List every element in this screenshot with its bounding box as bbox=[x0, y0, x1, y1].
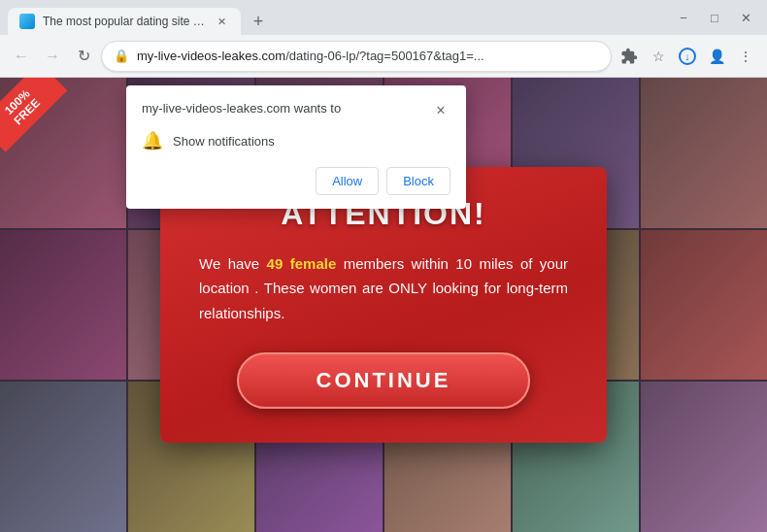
free-banner-text: 100% FREE bbox=[0, 78, 67, 152]
tab-bar: The most popular dating site of t ✕ + bbox=[8, 0, 670, 35]
new-tab-button[interactable]: + bbox=[245, 8, 272, 35]
lock-icon: 🔒 bbox=[114, 49, 129, 63]
dialog-close-button[interactable]: × bbox=[431, 101, 450, 120]
bell-icon: 🔔 bbox=[142, 130, 163, 151]
window-controls: − □ ✕ bbox=[670, 4, 759, 31]
dialog-title: my-live-videos-leakes.com wants to bbox=[142, 101, 431, 116]
permission-row: 🔔 Show notifications bbox=[142, 130, 450, 151]
tab-favicon bbox=[19, 14, 35, 29]
continue-button[interactable]: CONTINUE bbox=[237, 352, 531, 409]
bookmark-button[interactable]: ☆ bbox=[645, 43, 672, 70]
dialog-buttons: Allow Block bbox=[142, 167, 450, 195]
free-banner: 100% FREE bbox=[0, 78, 78, 155]
active-tab[interactable]: The most popular dating site of t ✕ bbox=[8, 8, 241, 35]
url-domain: my-live-videos-leakes.com bbox=[137, 49, 285, 63]
url-bar[interactable]: 🔒 my-live-videos-leakes.com/dating-06-lp… bbox=[101, 41, 612, 72]
allow-button[interactable]: Allow bbox=[316, 167, 379, 195]
back-button[interactable]: ← bbox=[8, 43, 35, 70]
tab-title: The most popular dating site of t bbox=[43, 15, 206, 28]
url-text: my-live-videos-leakes.com/dating-06-lp/?… bbox=[137, 49, 599, 63]
url-path: /dating-06-lp/?tag=500167&tag1=... bbox=[285, 49, 484, 63]
block-button[interactable]: Block bbox=[386, 167, 450, 195]
tab-close-button[interactable]: ✕ bbox=[214, 14, 229, 29]
extensions-button[interactable] bbox=[616, 43, 643, 70]
title-bar: The most popular dating site of t ✕ + − … bbox=[0, 0, 767, 35]
maximize-button[interactable]: □ bbox=[701, 4, 728, 31]
permission-label: Show notifications bbox=[173, 134, 275, 149]
reload-button[interactable]: ↻ bbox=[70, 43, 97, 70]
gender-label: female bbox=[290, 255, 337, 272]
forward-button[interactable]: → bbox=[39, 43, 66, 70]
download-button[interactable]: ↓ bbox=[674, 43, 701, 70]
download-icon: ↓ bbox=[679, 48, 696, 65]
close-button[interactable]: ✕ bbox=[732, 4, 759, 31]
minimize-button[interactable]: − bbox=[670, 4, 697, 31]
address-bar: ← → ↻ 🔒 my-live-videos-leakes.com/dating… bbox=[0, 35, 767, 78]
dialog-header: my-live-videos-leakes.com wants to × bbox=[142, 101, 450, 120]
notification-permission-dialog: my-live-videos-leakes.com wants to × 🔔 S… bbox=[126, 85, 466, 209]
page-content: 100% FREE ATTENTION! We have 49 female m… bbox=[0, 78, 767, 532]
attention-body-text: We have 49 female members within 10 mile… bbox=[199, 251, 568, 326]
profile-button[interactable]: 👤 bbox=[703, 43, 730, 70]
member-count: 49 bbox=[267, 255, 283, 272]
toolbar-icons: ☆ ↓ 👤 ⋮ bbox=[616, 43, 759, 70]
menu-button[interactable]: ⋮ bbox=[732, 43, 759, 70]
browser-window: The most popular dating site of t ✕ + − … bbox=[0, 0, 767, 532]
